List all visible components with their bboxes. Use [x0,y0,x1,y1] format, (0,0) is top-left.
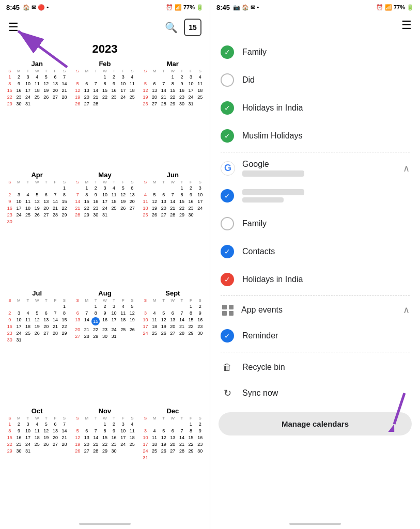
day-18[interactable]: 18 [33,87,42,94]
day-22[interactable]: 22 [186,441,196,447]
day-4[interactable]: 4 [150,428,159,434]
day-9[interactable]: 9 [5,198,14,205]
day-29[interactable]: 29 [82,212,91,218]
day-3[interactable]: 3 [23,421,33,427]
day-4[interactable]: 4 [33,74,42,80]
day-12[interactable]: 12 [73,87,82,94]
day-16[interactable]: 16 [110,434,119,441]
day-1[interactable]: 1 [186,421,196,427]
day-27[interactable]: 27 [128,205,137,211]
day-1[interactable]: 1 [5,74,14,80]
day-15[interactable]: 15 [186,317,196,323]
menu-item-contacts[interactable]: ✓ Contacts [210,238,420,266]
menu-item-holidays-india-bottom[interactable]: ✓ Holidays in India [210,266,420,293]
day-15[interactable]: 15 [186,434,196,441]
day-9[interactable]: 9 [14,428,24,434]
day-16[interactable]: 16 [195,434,205,441]
day-21[interactable]: 21 [60,434,69,441]
day-15[interactable]: 15 [91,317,101,326]
day-23[interactable]: 23 [186,205,196,211]
day-30[interactable]: 30 [14,101,24,107]
day-15[interactable]: 15 [60,317,69,323]
day-22[interactable]: 22 [91,326,101,333]
day-3[interactable]: 3 [14,310,24,316]
day-13[interactable]: 13 [51,428,60,434]
day-12[interactable]: 12 [150,198,159,205]
day-20[interactable]: 20 [41,323,51,330]
day-13[interactable]: 13 [150,87,159,94]
day-11[interactable]: 11 [150,317,159,323]
day-11[interactable]: 11 [118,310,128,316]
day-13[interactable]: 13 [51,81,60,87]
day-23[interactable]: 23 [110,94,119,100]
day-16[interactable]: 16 [5,323,14,330]
day-5[interactable]: 5 [33,310,42,316]
day-14[interactable]: 14 [91,434,101,441]
day-24[interactable]: 24 [100,205,110,211]
day-8[interactable]: 8 [186,428,196,434]
day-10[interactable]: 10 [110,310,119,316]
day-2[interactable]: 2 [91,185,101,191]
day-8[interactable]: 8 [5,428,14,434]
day-7[interactable]: 7 [91,81,101,87]
day-25[interactable]: 25 [141,212,150,218]
day-20[interactable]: 20 [168,323,178,330]
day-30[interactable]: 30 [177,101,186,107]
day-6[interactable]: 6 [150,81,159,87]
day-22[interactable]: 22 [5,94,14,100]
day-4[interactable]: 4 [23,192,33,198]
day-26[interactable]: 26 [33,330,42,336]
day-26[interactable]: 26 [41,94,51,100]
day-6[interactable]: 6 [159,192,168,198]
day-10[interactable]: 10 [14,317,24,323]
day-30[interactable]: 30 [91,212,101,218]
google-chevron-icon[interactable]: ∧ [403,163,410,174]
day-12[interactable]: 12 [118,192,128,198]
day-17[interactable]: 17 [23,87,33,94]
day-29[interactable]: 29 [60,212,69,218]
day-8[interactable]: 8 [5,81,14,87]
day-29[interactable]: 29 [60,330,69,336]
day-4[interactable]: 4 [33,421,42,427]
day-24[interactable]: 24 [14,212,24,218]
day-23[interactable]: 23 [177,94,186,100]
day-18[interactable]: 18 [195,87,205,94]
day-19[interactable]: 19 [73,94,82,100]
day-11[interactable]: 11 [128,81,137,87]
day-26[interactable]: 26 [118,205,128,211]
day-13[interactable]: 13 [82,434,91,441]
day-25[interactable]: 25 [128,441,137,447]
day-3[interactable]: 3 [141,428,150,434]
day-30[interactable]: 30 [195,330,205,336]
right-hamburger-icon[interactable]: ☰ [401,19,412,32]
day-9[interactable]: 9 [186,192,196,198]
day-19[interactable]: 19 [141,94,150,100]
day-16[interactable]: 16 [100,317,110,326]
day-23[interactable]: 23 [195,323,205,330]
menu-item-did[interactable]: Did [210,66,420,94]
day-9[interactable]: 9 [110,428,119,434]
day-23[interactable]: 23 [195,441,205,447]
day-10[interactable]: 10 [23,81,33,87]
day-15[interactable]: 15 [177,198,186,205]
day-24[interactable]: 24 [195,205,205,211]
day-16[interactable]: 16 [186,198,196,205]
day-14[interactable]: 14 [60,428,69,434]
day-25[interactable]: 25 [33,441,42,447]
day-28[interactable]: 28 [73,212,82,218]
day-22[interactable]: 22 [5,441,14,447]
day-5[interactable]: 5 [41,421,51,427]
day-10[interactable]: 10 [186,81,196,87]
day-28[interactable]: 28 [177,330,186,336]
recycle-bin-row[interactable]: 🗑 Recycle bin [210,354,420,380]
day-20[interactable]: 20 [128,198,137,205]
day-30[interactable]: 30 [14,448,24,454]
day-28[interactable]: 28 [51,330,60,336]
day-23[interactable]: 23 [5,212,14,218]
day-27[interactable]: 27 [82,448,91,454]
day-28[interactable]: 28 [82,333,91,339]
day-27[interactable]: 27 [73,333,82,339]
day-5[interactable]: 5 [33,192,42,198]
day-8[interactable]: 8 [60,192,69,198]
day-21[interactable]: 21 [168,205,178,211]
